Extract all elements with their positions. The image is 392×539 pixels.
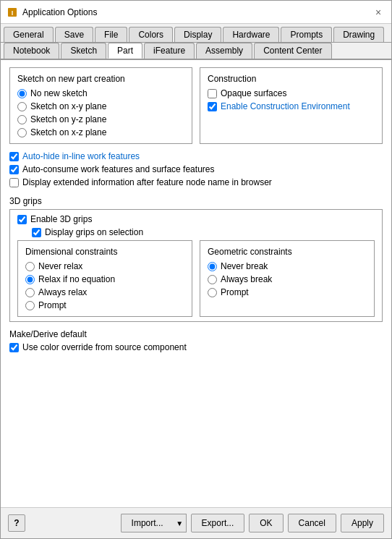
construction-check-group: Opaque surfaces Enable Construction Envi… bbox=[208, 88, 375, 111]
check-auto-hide[interactable]: Auto-hide in-line work features bbox=[9, 151, 383, 161]
make-derive-title: Make/Derive default bbox=[9, 329, 383, 339]
radio-always-break[interactable]: Always break bbox=[208, 274, 367, 284]
tab-save[interactable]: Save bbox=[55, 27, 93, 42]
tab-general[interactable]: General bbox=[4, 27, 54, 42]
check-display-extended[interactable]: Display extended information after featu… bbox=[9, 177, 383, 187]
tab-hardware[interactable]: Hardware bbox=[223, 27, 279, 42]
tab-colors[interactable]: Colors bbox=[129, 27, 173, 42]
application-window: I Application Options × General Save Fil… bbox=[0, 0, 392, 539]
radio-never-break[interactable]: Never break bbox=[208, 261, 367, 271]
radio-no-new-sketch[interactable]: No new sketch bbox=[17, 88, 184, 98]
cancel-button[interactable]: Cancel bbox=[288, 514, 336, 532]
sketch-section-title: Sketch on new part creation bbox=[17, 74, 184, 84]
tab-part[interactable]: Part bbox=[108, 43, 142, 59]
tabs-row-2: Notebook Sketch Part iFeature Assembly C… bbox=[1, 43, 391, 60]
window-title: Application Options bbox=[22, 7, 371, 17]
grips-section: 3D grips Enable 3D grips Display grips o… bbox=[9, 196, 383, 322]
constraints-row: Dimensional constraints Never relax Rela… bbox=[17, 240, 375, 317]
dimensional-constraints-title: Dimensional constraints bbox=[25, 247, 184, 257]
check-color-override[interactable]: Use color override from source component bbox=[9, 342, 383, 352]
import-button-group: Import... ▼ bbox=[121, 514, 187, 532]
radio-geometric-prompt[interactable]: Prompt bbox=[208, 287, 367, 297]
radio-sketch-xy[interactable]: Sketch on x-y plane bbox=[17, 101, 184, 111]
title-bar: I Application Options × bbox=[1, 1, 391, 24]
tab-assembly[interactable]: Assembly bbox=[196, 43, 252, 59]
main-content: Sketch on new part creation No new sketc… bbox=[1, 60, 391, 507]
check-enable-construction[interactable]: Enable Construction Environment bbox=[208, 101, 375, 111]
tab-content-center[interactable]: Content Center bbox=[254, 43, 331, 59]
geometric-constraints-title: Geometric constraints bbox=[208, 247, 367, 257]
tab-file[interactable]: File bbox=[95, 27, 127, 42]
tab-display[interactable]: Display bbox=[174, 27, 221, 42]
radio-always-relax[interactable]: Always relax bbox=[25, 287, 184, 297]
dimensional-constraints: Dimensional constraints Never relax Rela… bbox=[17, 240, 192, 317]
grips-subgroup: Enable 3D grips Display grips on selecti… bbox=[9, 209, 383, 322]
close-button[interactable]: × bbox=[371, 5, 385, 20]
dimensional-radio-group: Never relax Relax if no equation Always … bbox=[25, 261, 184, 310]
tabs-row-1: General Save File Colors Display Hardwar… bbox=[1, 24, 391, 43]
import-dropdown-arrow[interactable]: ▼ bbox=[174, 514, 187, 532]
radio-relax-no-eq[interactable]: Relax if no equation bbox=[25, 274, 184, 284]
grips-title: 3D grips bbox=[9, 196, 383, 206]
make-derive-section: Make/Derive default Use color override f… bbox=[9, 329, 383, 352]
import-button[interactable]: Import... bbox=[121, 514, 174, 532]
ok-button[interactable]: OK bbox=[249, 514, 283, 532]
top-sections-row: Sketch on new part creation No new sketc… bbox=[9, 67, 383, 144]
check-display-grips[interactable]: Display grips on selection bbox=[32, 227, 375, 237]
bottom-bar: ? Import... ▼ Export... OK Cancel Apply bbox=[1, 507, 391, 538]
check-auto-consume[interactable]: Auto-consume work features and surface f… bbox=[9, 164, 383, 174]
radio-never-relax[interactable]: Never relax bbox=[25, 261, 184, 271]
help-button[interactable]: ? bbox=[8, 514, 25, 532]
tab-drawing[interactable]: Drawing bbox=[333, 27, 384, 42]
tab-ifeature[interactable]: iFeature bbox=[144, 43, 195, 59]
apply-button[interactable]: Apply bbox=[341, 514, 384, 532]
geometric-constraints: Geometric constraints Never break Always… bbox=[200, 240, 375, 317]
tab-notebook[interactable]: Notebook bbox=[4, 43, 59, 59]
check-enable-3d-grips[interactable]: Enable 3D grips bbox=[17, 214, 375, 224]
construction-section-title: Construction bbox=[208, 74, 375, 84]
radio-dimensional-prompt[interactable]: Prompt bbox=[25, 300, 184, 310]
sketch-section: Sketch on new part creation No new sketc… bbox=[9, 67, 192, 144]
construction-section: Construction Opaque surfaces Enable Cons… bbox=[200, 67, 383, 144]
app-icon: I bbox=[7, 7, 18, 18]
sketch-radio-group: No new sketch Sketch on x-y plane Sketch… bbox=[17, 88, 184, 137]
grips-indent: Display grips on selection bbox=[17, 227, 375, 237]
tab-sketch[interactable]: Sketch bbox=[61, 43, 106, 59]
radio-sketch-yz[interactable]: Sketch on y-z plane bbox=[17, 114, 184, 124]
tab-prompts[interactable]: Prompts bbox=[281, 27, 332, 42]
geometric-radio-group: Never break Always break Prompt bbox=[208, 261, 367, 297]
svg-text:I: I bbox=[12, 9, 14, 17]
export-button[interactable]: Export... bbox=[191, 514, 245, 532]
check-opaque-surfaces[interactable]: Opaque surfaces bbox=[208, 88, 375, 98]
radio-sketch-xz[interactable]: Sketch on x-z plane bbox=[17, 127, 184, 137]
